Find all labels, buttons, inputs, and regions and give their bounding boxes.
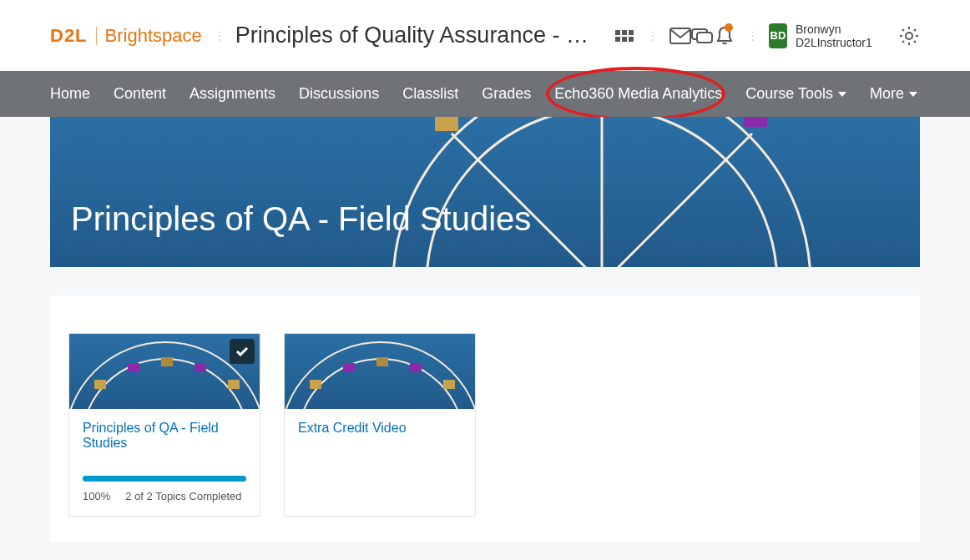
svg-rect-27 [410, 363, 422, 372]
svg-rect-28 [443, 380, 455, 389]
card-thumbnail [69, 334, 260, 409]
svg-rect-10 [435, 117, 458, 131]
course-banner: Principles of QA - Field Studies [50, 117, 920, 267]
svg-rect-26 [376, 357, 388, 366]
d2l-wordmark: D2L [50, 25, 88, 47]
progress-section: 100% 2 of 2 Topics Completed [83, 451, 246, 502]
content-panel: Principles of QA - Field Studies 100% 2 … [50, 295, 920, 542]
svg-rect-17 [94, 380, 106, 389]
chat-icon[interactable] [691, 21, 714, 51]
card-title-link[interactable]: Extra Credit Video [298, 421, 462, 436]
completed-badge [230, 339, 255, 364]
banner-decoration [310, 117, 894, 267]
thumbnail-decoration [285, 334, 475, 409]
brightspace-wordmark: Brightspace [105, 25, 202, 47]
svg-rect-25 [343, 363, 355, 372]
svg-point-3 [906, 33, 912, 39]
module-card[interactable]: Extra Credit Video [284, 333, 476, 517]
nav-label: More [870, 85, 904, 103]
card-title-link[interactable]: Principles of QA - Field Studies [83, 421, 246, 451]
nav-label: Assignments [189, 85, 275, 103]
brand-divider [96, 27, 97, 45]
chevron-down-icon [838, 92, 846, 97]
svg-rect-24 [310, 380, 321, 389]
svg-rect-21 [228, 380, 240, 389]
nav-label: Classlist [402, 85, 458, 103]
nav-home[interactable]: Home [50, 85, 90, 103]
nav-grades[interactable]: Grades [482, 85, 531, 103]
svg-rect-2 [697, 33, 712, 43]
svg-rect-18 [128, 363, 139, 372]
progress-status: 2 of 2 Topics Completed [125, 490, 241, 502]
nav-label: Home [50, 85, 90, 103]
course-navbar: Home Content Assignments Discussions Cla… [0, 71, 970, 117]
gear-icon[interactable] [898, 21, 921, 51]
separator-dots: ⋮ [647, 29, 657, 43]
progress-bar [83, 476, 246, 482]
nav-label: Course Tools [745, 85, 833, 103]
svg-rect-14 [744, 117, 767, 127]
nav-echo360-media-analytics[interactable]: Echo360 Media Analytics [554, 85, 722, 103]
svg-point-22 [285, 342, 475, 409]
notifications-icon[interactable] [713, 21, 735, 51]
user-name[interactable]: Bronwyn D2LInstructor1 [796, 23, 888, 49]
nav-label: Discussions [299, 85, 379, 103]
apps-icon[interactable] [614, 21, 636, 51]
nav-label: Echo360 Media Analytics [554, 85, 722, 103]
banner-title: Principles of QA - Field Studies [71, 200, 531, 238]
chevron-down-icon [909, 92, 917, 97]
check-icon [235, 346, 249, 356]
mail-icon[interactable] [669, 21, 691, 51]
nav-course-tools[interactable]: Course Tools [745, 85, 846, 103]
card-body: Principles of QA - Field Studies 100% 2 … [69, 409, 260, 516]
avatar[interactable]: BD [769, 23, 787, 48]
nav-label: Content [114, 85, 166, 103]
notification-badge [725, 23, 733, 32]
nav-classlist[interactable]: Classlist [402, 85, 458, 103]
nav-content[interactable]: Content [114, 85, 166, 103]
top-bar: D2L Brightspace ⋮ Principles of Quality … [0, 0, 970, 71]
nav-assignments[interactable]: Assignments [189, 85, 275, 103]
svg-rect-20 [195, 363, 206, 372]
module-card[interactable]: Principles of QA - Field Studies 100% 2 … [68, 333, 260, 517]
progress-fill [83, 476, 246, 482]
nav-more[interactable]: More [870, 85, 917, 103]
card-body: Extra Credit Video [285, 409, 475, 516]
nav-label: Grades [482, 85, 531, 103]
svg-rect-0 [670, 28, 690, 43]
separator-dots: ⋮ [214, 29, 224, 43]
separator-dots: ⋮ [747, 29, 757, 43]
brand-logo[interactable]: D2L Brightspace [50, 25, 202, 47]
course-title[interactable]: Principles of Quality Assurance - … [235, 23, 589, 48]
card-thumbnail [285, 334, 475, 409]
progress-percent: 100% [83, 490, 110, 502]
nav-discussions[interactable]: Discussions [299, 85, 379, 103]
svg-rect-19 [161, 357, 173, 366]
